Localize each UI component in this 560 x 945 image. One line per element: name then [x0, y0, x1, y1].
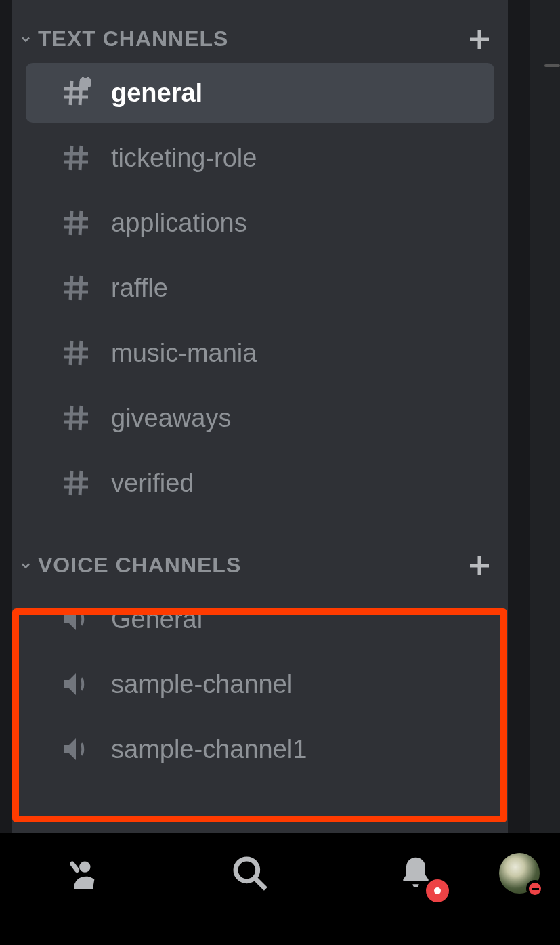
- channel-name-label: ticketing-role: [111, 144, 257, 173]
- voice-channel-general[interactable]: General: [26, 589, 494, 649]
- channel-name-label: general: [111, 79, 202, 108]
- text-channel-giveaways[interactable]: giveaways: [26, 388, 494, 448]
- voice-channel-sample-channel1[interactable]: sample-channel1: [26, 719, 494, 779]
- bottom-empty-area: [0, 913, 560, 945]
- text-channels-header[interactable]: TEXT CHANNELS: [12, 20, 508, 58]
- add-voice-channel-button[interactable]: [463, 549, 496, 582]
- search-icon: [231, 854, 269, 892]
- text-channel-music-mania[interactable]: music-mania: [26, 323, 494, 383]
- text-channel-ticketing-role[interactable]: ticketing-role: [26, 128, 494, 188]
- text-channel-verified[interactable]: verified: [26, 453, 494, 513]
- right-edge-indicator: [544, 64, 560, 67]
- text-channel-applications[interactable]: applications: [26, 193, 494, 253]
- svg-line-7: [255, 878, 265, 889]
- channel-name-label: raffle: [111, 274, 168, 303]
- add-text-channel-button[interactable]: [463, 23, 496, 56]
- hash-icon: [60, 142, 92, 174]
- channel-sidebar: TEXT CHANNELS general ticketing-role app…: [12, 0, 508, 833]
- avatar: [499, 853, 540, 894]
- svg-point-6: [236, 859, 258, 881]
- friends-button[interactable]: [0, 833, 167, 913]
- notification-badge: [426, 879, 449, 902]
- right-edge-strip: [530, 0, 560, 833]
- chevron-down-icon: [19, 559, 33, 572]
- wave-person-icon: [64, 854, 102, 892]
- channel-name-label: giveaways: [111, 404, 231, 433]
- hash-icon: [60, 272, 92, 304]
- voice-channels-header[interactable]: VOICE CHANNELS: [12, 547, 508, 584]
- svg-point-5: [79, 862, 90, 873]
- hash-icon: [60, 402, 92, 434]
- channel-name-label: sample-channel1: [111, 735, 307, 764]
- channel-name-label: verified: [111, 469, 194, 498]
- user-avatar-button[interactable]: [499, 833, 560, 913]
- bottom-nav-bar: [0, 833, 560, 913]
- channel-name-label: music-mania: [111, 339, 257, 368]
- speaker-icon: [60, 668, 92, 700]
- text-channel-general[interactable]: general: [26, 63, 494, 123]
- hash-lock-icon: [60, 77, 92, 109]
- notifications-button[interactable]: [332, 833, 499, 913]
- speaker-icon: [60, 603, 92, 635]
- svg-rect-2: [80, 78, 91, 87]
- channel-name-label: sample-channel: [111, 670, 293, 699]
- voice-channels-label: VOICE CHANNELS: [38, 553, 463, 578]
- hash-icon: [60, 467, 92, 499]
- search-button[interactable]: [167, 833, 333, 913]
- status-dnd-icon: [526, 880, 544, 898]
- text-channel-raffle[interactable]: raffle: [26, 258, 494, 318]
- speaker-icon: [60, 733, 92, 765]
- hash-icon: [60, 337, 92, 369]
- chevron-down-icon: [19, 33, 33, 46]
- channel-name-label: General: [111, 605, 202, 634]
- hash-icon: [60, 207, 92, 239]
- voice-channel-sample-channel[interactable]: sample-channel: [26, 654, 494, 714]
- text-channels-label: TEXT CHANNELS: [38, 26, 463, 51]
- channel-name-label: applications: [111, 209, 247, 238]
